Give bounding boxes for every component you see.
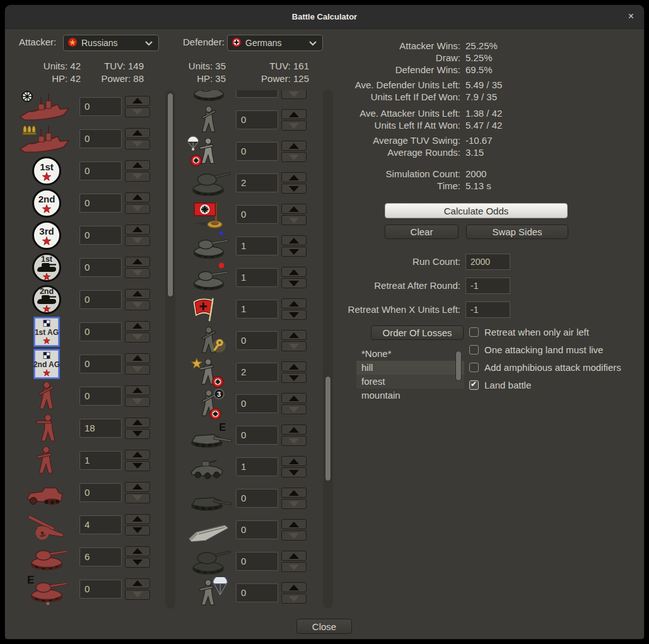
defender-unit-count-field[interactable]: 0	[236, 583, 278, 602]
spinner-up-button[interactable]	[281, 141, 307, 151]
order-of-losses-button[interactable]: Order Of Losses	[371, 325, 464, 340]
number-input[interactable]: -1	[465, 278, 510, 294]
spinner-down-button[interactable]	[281, 152, 307, 162]
spinner-up-button[interactable]	[281, 267, 307, 277]
spinner-up-button[interactable]	[125, 225, 150, 235]
close-button[interactable]: Close	[296, 619, 352, 634]
spinner-up-button[interactable]	[125, 257, 150, 267]
number-input[interactable]: 2000	[465, 254, 510, 270]
spinner-up-button[interactable]	[281, 519, 307, 529]
spinner-down-button[interactable]	[125, 590, 150, 600]
attacker-unit-count-field[interactable]: 0	[79, 322, 122, 341]
spinner-down-button[interactable]	[281, 90, 307, 99]
attacker-scrollbar[interactable]	[165, 90, 175, 609]
spinner-up-button[interactable]	[125, 514, 150, 524]
spinner-up-button[interactable]	[281, 551, 307, 561]
terrain-option[interactable]: mountain	[356, 389, 464, 402]
defender-unit-count-field[interactable]: 0	[236, 394, 278, 413]
spinner-down-button[interactable]	[281, 341, 307, 351]
defender-unit-count-field[interactable]: 2	[236, 173, 278, 192]
attacker-unit-count-field[interactable]: 18	[79, 419, 122, 438]
calculate-odds-button[interactable]: Calculate Odds	[385, 203, 568, 218]
spinner-up-button[interactable]	[125, 546, 150, 556]
checkbox-checked[interactable]	[469, 380, 479, 390]
spinner-up-button[interactable]	[281, 235, 307, 245]
spinner-down-button[interactable]	[281, 184, 307, 194]
attacker-unit-count-field[interactable]: 0	[79, 483, 122, 502]
attacker-unit-count-field[interactable]: 0	[79, 194, 122, 213]
attacker-unit-count-field[interactable]: 1	[79, 451, 122, 470]
spinner-down-button[interactable]	[281, 562, 307, 572]
spinner-down-button[interactable]	[281, 499, 307, 509]
spinner-up-button[interactable]	[281, 582, 307, 592]
defender-unit-count-field[interactable]: 0	[236, 552, 278, 571]
checkbox-unchecked[interactable]	[469, 327, 479, 337]
close-window-icon[interactable]: ×	[628, 11, 634, 22]
spinner-down-button[interactable]	[125, 139, 150, 149]
spinner-up-button[interactable]	[281, 393, 307, 403]
spinner-up-button[interactable]	[281, 204, 307, 214]
spinner-down-button[interactable]	[281, 278, 307, 288]
attacker-unit-count-field[interactable]: 0	[79, 387, 122, 406]
defender-unit-count-field[interactable]: 0	[236, 110, 278, 129]
terrain-option[interactable]: forest	[356, 375, 464, 389]
attacker-unit-count-field[interactable]: 0	[79, 97, 122, 116]
terrain-option[interactable]: hill	[356, 361, 464, 375]
spinner-down-button[interactable]	[281, 247, 307, 257]
defender-unit-count-field[interactable]: 0	[236, 142, 278, 161]
spinner-down-button[interactable]	[125, 365, 150, 375]
defender-unit-count-field[interactable]: 1	[236, 457, 278, 476]
spinner-down-button[interactable]	[281, 594, 307, 604]
spinner-down-button[interactable]	[281, 373, 307, 383]
attacker-unit-count-field[interactable]: 6	[79, 547, 122, 566]
spinner-up-button[interactable]	[281, 298, 307, 308]
spinner-down-button[interactable]	[125, 397, 150, 407]
defender-unit-count-field[interactable]: 0	[236, 426, 278, 445]
spinner-down-button[interactable]	[125, 300, 150, 310]
checkbox-unchecked[interactable]	[469, 363, 479, 372]
terrain-option[interactable]: *None*	[356, 347, 464, 361]
defender-unit-count-field[interactable]: 1	[236, 237, 278, 255]
spinner-up-button[interactable]	[125, 321, 150, 331]
spinner-down-button[interactable]	[125, 525, 150, 536]
defender-unit-count-field[interactable]: 0	[236, 205, 278, 224]
spinner-down-button[interactable]	[125, 107, 150, 117]
title-bar[interactable]: Battle Calculator ×	[5, 5, 644, 29]
defender-unit-count-field[interactable]: 0	[236, 489, 278, 508]
spinner-down-button[interactable]	[281, 120, 307, 131]
defender-scrollbar[interactable]	[323, 90, 333, 609]
spinner-down-button[interactable]	[281, 215, 307, 225]
scrollbar-thumb[interactable]	[325, 376, 331, 481]
spinner-down-button[interactable]	[125, 429, 150, 439]
attacker-unit-count-field[interactable]: 0	[79, 226, 122, 245]
number-input[interactable]: -1	[465, 302, 510, 318]
spinner-down-button[interactable]	[125, 204, 150, 214]
spinner-down-button[interactable]	[125, 236, 150, 246]
spinner-up-button[interactable]	[125, 482, 150, 492]
spinner-up-button[interactable]	[281, 456, 307, 466]
spinner-up-button[interactable]	[125, 96, 150, 106]
attacker-unit-count-field[interactable]: 0	[79, 290, 122, 309]
attacker-unit-count-field[interactable]: 4	[79, 515, 122, 534]
spinner-up-button[interactable]	[125, 385, 150, 395]
attacker-unit-count-field[interactable]: 0	[79, 580, 122, 599]
spinner-down-button[interactable]	[125, 172, 150, 182]
spinner-up-button[interactable]	[281, 330, 307, 340]
defender-unit-count-field[interactable]: 0	[236, 331, 278, 350]
spinner-down-button[interactable]	[281, 467, 307, 477]
spinner-up-button[interactable]	[125, 289, 150, 299]
scrollbar-thumb[interactable]	[455, 351, 462, 381]
spinner-up-button[interactable]	[281, 488, 307, 498]
defender-unit-count-field[interactable]	[236, 90, 278, 98]
spinner-up-button[interactable]	[125, 160, 150, 170]
defender-unit-count-field[interactable]: 0	[236, 520, 278, 539]
spinner-down-button[interactable]	[125, 493, 150, 503]
attacker-unit-count-field[interactable]: 0	[79, 161, 122, 180]
spinner-down-button[interactable]	[125, 558, 150, 568]
spinner-down-button[interactable]	[281, 404, 307, 414]
spinner-up-button[interactable]	[125, 192, 150, 202]
defender-unit-count-field[interactable]: 2	[236, 363, 278, 382]
spinner-down-button[interactable]	[125, 268, 150, 278]
spinner-up-button[interactable]	[281, 361, 307, 372]
attacker-unit-count-field[interactable]: 0	[79, 258, 122, 277]
